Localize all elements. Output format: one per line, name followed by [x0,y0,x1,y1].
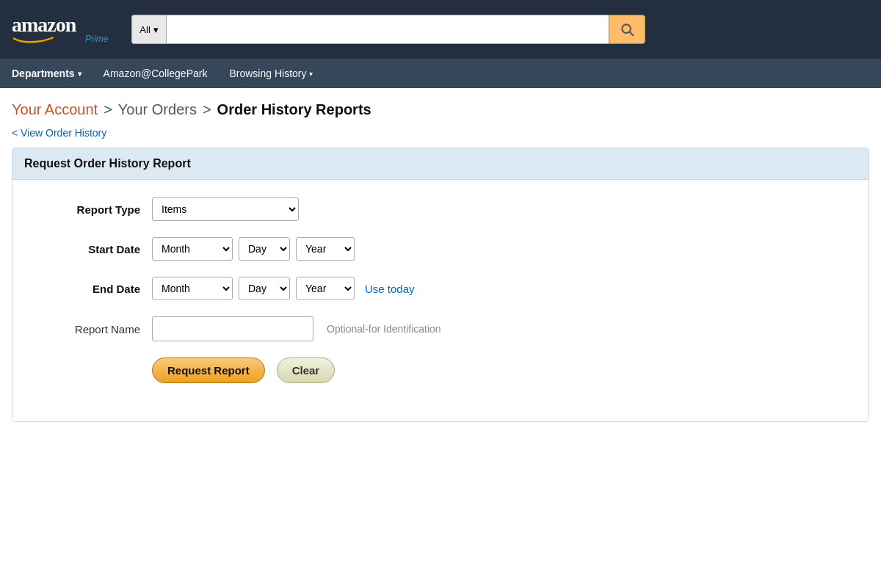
logo-area[interactable]: amazon Prime [12,15,108,44]
start-date-controls: Month January February March April May J… [152,237,355,261]
departments-arrow: ▾ [78,70,81,78]
amazon-logo-text: amazon [12,15,76,35]
clear-button[interactable]: Clear [277,357,336,383]
report-name-label: Report Name [35,323,152,335]
end-year-select[interactable]: Year 2015 2014 2013 [296,277,355,300]
breadcrumb-your-orders[interactable]: Your Orders [118,101,197,118]
report-type-controls: Items Orders & Shipments Returns [152,197,299,221]
end-date-row: End Date Month January February March Ap… [35,277,846,300]
button-row: Request Report Clear [35,357,846,383]
report-name-input[interactable] [152,316,313,341]
end-date-label: End Date [35,283,152,295]
report-name-controls: Optional-for Identification [152,316,441,341]
report-request-box: Request Order History Report Report Type… [12,148,869,422]
end-day-select[interactable]: Day 123456789101112131415161718192021222… [239,277,290,300]
start-month-select[interactable]: Month January February March April May J… [152,237,233,261]
start-year-select[interactable]: Year 2015 2014 2013 2012 [296,237,355,261]
departments-label: Departments [12,68,75,79]
search-button[interactable] [609,15,645,44]
report-type-select[interactable]: Items Orders & Shipments Returns [152,197,299,221]
breadcrumb: Your Account > Your Orders > Order Histo… [0,88,881,124]
end-date-controls: Month January February March April May J… [152,277,415,300]
departments-nav[interactable]: Departments ▾ [12,68,81,79]
view-order-link-container: < View Order History [0,124,881,148]
account-nav[interactable]: Amazon@CollegePark [104,68,208,79]
end-month-select[interactable]: Month January February March April May J… [152,277,233,300]
report-name-row: Report Name Optional-for Identification [35,316,846,341]
report-type-row: Report Type Items Orders & Shipments Ret… [35,197,846,221]
browsing-history-nav[interactable]: Browsing History ▾ [229,68,313,79]
amazon-smile-svg [12,35,56,44]
svg-line-1 [630,32,634,36]
report-box-body: Report Type Items Orders & Shipments Ret… [12,180,869,421]
prime-label: Prime [85,34,108,44]
search-category-dropdown[interactable]: All ▾ [131,15,165,44]
start-day-select[interactable]: Day 123456789101112131415161718192021222… [239,237,290,261]
report-box-header: Request Order History Report [12,148,869,180]
breadcrumb-current-page: Order History Reports [217,101,371,118]
view-order-history-link[interactable]: < View Order History [12,127,106,139]
breadcrumb-your-account[interactable]: Your Account [12,101,98,118]
report-box-title: Request Order History Report [24,157,191,170]
breadcrumb-sep1: > [104,101,112,118]
search-input[interactable] [166,15,609,44]
account-label: Amazon@CollegePark [104,68,208,79]
start-date-label: Start Date [35,243,152,255]
header-top: amazon Prime All ▾ [0,0,881,59]
optional-text: Optional-for Identification [327,323,441,335]
search-category-arrow: ▾ [153,24,159,35]
request-report-button[interactable]: Request Report [152,357,265,383]
report-type-label: Report Type [35,203,152,216]
browsing-arrow: ▾ [309,70,313,78]
search-category-label: All [139,24,150,35]
search-bar: All ▾ [131,15,645,44]
browsing-label: Browsing History [229,68,306,79]
start-date-row: Start Date Month January February March … [35,237,846,261]
button-controls: Request Report Clear [152,357,335,383]
search-icon [620,22,634,37]
header-nav: Departments ▾ Amazon@CollegePark Browsin… [0,59,881,88]
use-today-link[interactable]: Use today [365,283,415,295]
breadcrumb-sep2: > [203,101,211,118]
